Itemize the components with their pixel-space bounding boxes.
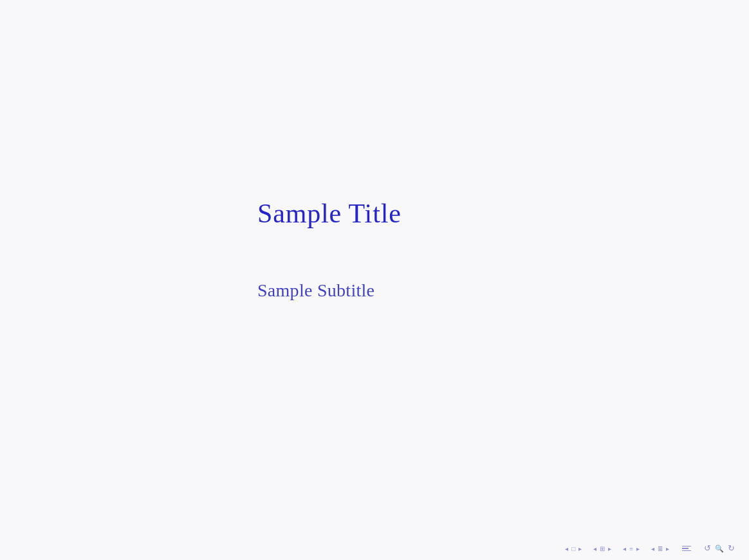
next-frame-button[interactable]: ▸ <box>577 544 583 554</box>
frame-icon: □ <box>570 544 577 554</box>
zoom-icon: 🔍 <box>714 543 725 554</box>
slide-subtitle: Sample Subtitle <box>257 280 374 301</box>
part-nav-group: ◂ ≣ ▸ <box>650 544 670 554</box>
slide-title: Sample Title <box>257 198 402 229</box>
zoom-controls: ↺ 🔍 ↻ <box>703 542 736 555</box>
bottom-toolbar: ◂ □ ▸ ◂ ⊞ ▸ ◂ ≡ ▸ ◂ ≣ ▸ <box>0 537 749 560</box>
part-icon: ≣ <box>656 544 664 554</box>
subsection-nav-group: ◂ ≡ ▸ <box>622 544 641 554</box>
prev-subsection-button[interactable]: ◂ <box>622 544 627 554</box>
prev-section-button[interactable]: ◂ <box>592 544 598 554</box>
slide-container: Sample Title Sample Subtitle ◂ □ ▸ ◂ ⊞ ▸… <box>0 0 749 560</box>
zoom-out-button[interactable]: ↺ <box>703 542 712 555</box>
zoom-in-button[interactable]: ↻ <box>726 542 736 555</box>
prev-frame-button[interactable]: ◂ <box>564 544 569 554</box>
next-subsection-button[interactable]: ▸ <box>635 544 641 554</box>
prev-part-button[interactable]: ◂ <box>650 544 656 554</box>
section-icon: ⊞ <box>598 544 606 554</box>
next-part-button[interactable]: ▸ <box>665 544 670 554</box>
slide-content: Sample Title Sample Subtitle <box>0 0 749 537</box>
menu-icon[interactable] <box>680 545 694 553</box>
subsection-icon: ≡ <box>628 544 634 554</box>
frame-nav-group: ◂ □ ▸ <box>564 544 583 554</box>
section-nav-group: ◂ ⊞ ▸ <box>592 544 613 554</box>
next-section-button[interactable]: ▸ <box>607 544 613 554</box>
